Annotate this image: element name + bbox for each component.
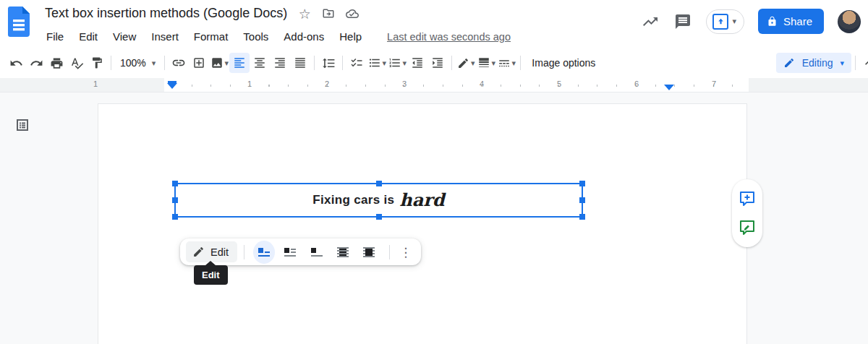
resize-handle-s[interactable] (376, 214, 382, 220)
menu-view[interactable]: View (111, 30, 137, 43)
pencil-icon (783, 57, 795, 69)
wrap-text-button[interactable] (279, 241, 301, 264)
menu-addons[interactable]: Add-ons (282, 30, 326, 43)
chevron-down-icon: ▾ (492, 59, 496, 67)
chevron-down-icon: ▾ (383, 59, 387, 67)
chevron-down-icon: ▾ (225, 59, 229, 67)
document-canvas: Fixing cars is hard Edit (0, 93, 868, 344)
menu-help[interactable]: Help (338, 30, 363, 43)
print-button[interactable] (46, 53, 67, 73)
more-options-icon[interactable]: ⋮ (396, 242, 415, 262)
border-weight-button[interactable]: ▾ (476, 53, 496, 73)
separator (244, 245, 244, 259)
tooltip: Edit (194, 265, 228, 285)
textbox-text-emphasis: hard (399, 192, 444, 209)
side-actions (732, 179, 762, 247)
chevron-down-icon: ▾ (471, 59, 475, 67)
comments-icon[interactable] (673, 12, 692, 31)
present-icon (712, 14, 728, 30)
align-left-button[interactable] (229, 53, 250, 73)
front-text-button[interactable] (358, 241, 380, 264)
menu-file[interactable]: File (45, 30, 65, 43)
chevron-down-icon: ▾ (732, 17, 736, 25)
hide-menus-icon[interactable] (859, 53, 868, 73)
insert-link-button[interactable] (169, 53, 189, 73)
resize-handle-w[interactable] (172, 197, 178, 203)
present-button[interactable]: ▾ (706, 9, 744, 34)
ruler-number: 4 (480, 79, 484, 88)
undo-button[interactable] (6, 53, 26, 73)
chevron-down-icon: ▾ (403, 59, 407, 67)
align-center-button[interactable] (250, 53, 270, 73)
zoom-dropdown[interactable]: 100% ▾ (115, 53, 161, 73)
redo-button[interactable] (26, 53, 46, 73)
menu-edit[interactable]: Edit (77, 30, 99, 43)
decrease-indent-button[interactable] (407, 53, 427, 73)
textbox-text: Fixing cars is (312, 193, 394, 207)
numbered-list-button[interactable]: ▾ (387, 53, 407, 73)
break-text-button[interactable] (306, 241, 328, 264)
move-folder-icon[interactable] (322, 7, 335, 20)
share-button[interactable]: Share (758, 9, 824, 34)
justify-button[interactable] (290, 53, 310, 73)
insert-image-button[interactable]: ▾ (209, 53, 229, 73)
avatar[interactable] (838, 10, 861, 33)
separator (111, 56, 111, 70)
separator (451, 56, 452, 70)
menu-format[interactable]: Format (192, 30, 230, 43)
suggest-edits-button[interactable] (738, 218, 757, 237)
ruler-number: 5 (557, 79, 561, 88)
mode-label: Editing (802, 57, 833, 69)
editing-mode-button[interactable]: Editing ▾ (776, 53, 851, 73)
ruler-ticks (172, 85, 744, 87)
add-comment-side-button[interactable] (738, 189, 757, 208)
ruler-number: 7 (712, 79, 716, 88)
spellcheck-button[interactable] (67, 53, 87, 73)
activity-icon[interactable] (641, 12, 660, 31)
separator (520, 56, 521, 70)
ruler[interactable]: 1 1 2 3 4 5 6 7 (0, 78, 868, 93)
resize-handle-ne[interactable] (579, 181, 585, 186)
resize-handle-nw[interactable] (172, 181, 178, 186)
align-right-button[interactable] (270, 53, 290, 73)
separator (389, 245, 390, 259)
resize-handle-se[interactable] (579, 214, 585, 220)
page[interactable]: Fixing cars is hard Edit (98, 103, 747, 344)
share-label: Share (783, 15, 812, 27)
resize-handle-sw[interactable] (172, 214, 178, 220)
image-options-button[interactable]: Image options (524, 53, 603, 73)
toolbar: 100% ▾ ▾ ▾ ▾ ▾ ▾ ▾ Image options Editing (0, 48, 868, 78)
add-comment-button[interactable] (189, 53, 209, 73)
textbox[interactable]: Fixing cars is hard (174, 183, 583, 218)
line-spacing-button[interactable] (318, 53, 339, 73)
document-outline-icon[interactable] (14, 116, 31, 134)
separator (164, 56, 165, 70)
google-docs-logo[interactable] (8, 7, 30, 37)
zoom-value: 100% (120, 57, 146, 69)
increase-indent-button[interactable] (427, 53, 448, 73)
resize-handle-n[interactable] (376, 181, 382, 186)
bulleted-list-button[interactable]: ▾ (367, 53, 387, 73)
separator (314, 56, 315, 70)
behind-text-button[interactable] (332, 241, 354, 264)
paint-format-button[interactable] (87, 53, 107, 73)
ruler-number: 3 (402, 79, 407, 88)
cloud-saved-icon[interactable] (346, 7, 359, 20)
wrap-inline-button[interactable] (253, 241, 275, 264)
star-icon[interactable]: ☆ (298, 7, 311, 20)
ruler-number: 1 (93, 79, 98, 88)
pen-color-button[interactable]: ▾ (456, 53, 476, 73)
border-dash-button[interactable]: ▾ (496, 53, 516, 73)
right-indent-marker[interactable] (664, 85, 674, 90)
ruler-number: 2 (325, 79, 329, 88)
chevron-down-icon: ▾ (840, 59, 844, 67)
checklist-button[interactable] (346, 53, 367, 73)
last-edit-link[interactable]: Last edit was seconds ago (387, 31, 511, 43)
resize-handle-e[interactable] (579, 197, 585, 203)
left-indent-marker[interactable] (167, 81, 177, 90)
menu-tools[interactable]: Tools (242, 30, 270, 43)
ruler-number: 1 (247, 79, 252, 88)
menu-insert[interactable]: Insert (150, 30, 180, 43)
edit-button[interactable]: Edit (186, 241, 237, 262)
document-title[interactable]: Text box insertion methods (Google Docs) (45, 6, 287, 21)
